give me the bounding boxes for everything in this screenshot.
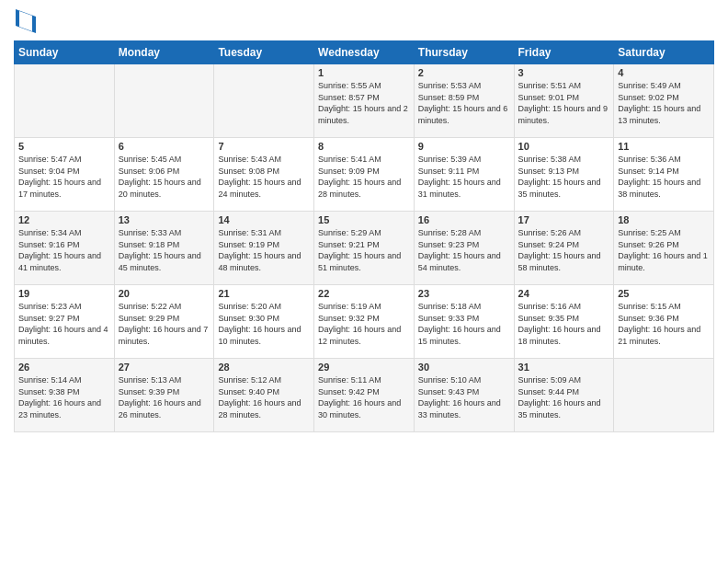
day-cell [214,64,314,138]
day-info: Sunrise: 5:16 AM Sunset: 9:35 PM Dayligh… [518,301,610,347]
day-cell: 27Sunrise: 5:13 AM Sunset: 9:39 PM Dayli… [114,359,214,432]
day-number: 7 [218,141,310,152]
day-cell: 11Sunrise: 5:36 AM Sunset: 9:14 PM Dayli… [614,138,714,212]
day-cell: 14Sunrise: 5:31 AM Sunset: 9:19 PM Dayli… [214,212,314,285]
day-cell: 12Sunrise: 5:34 AM Sunset: 9:16 PM Dayli… [15,212,115,285]
day-info: Sunrise: 5:45 AM Sunset: 9:06 PM Dayligh… [119,154,210,200]
day-info: Sunrise: 5:51 AM Sunset: 9:01 PM Dayligh… [518,80,610,126]
day-header: Saturday [614,41,714,64]
day-number: 23 [418,288,510,299]
day-number: 21 [218,288,310,299]
day-cell: 19Sunrise: 5:23 AM Sunset: 9:27 PM Dayli… [15,285,115,359]
day-cell [614,359,714,432]
week-row: 5Sunrise: 5:47 AM Sunset: 9:04 PM Daylig… [15,138,714,212]
svg-marker-1 [19,11,32,31]
day-number: 3 [518,67,610,78]
day-number: 29 [318,362,410,373]
day-number: 12 [18,214,110,225]
day-number: 2 [418,67,510,78]
day-header: Sunday [15,41,115,64]
week-row: 19Sunrise: 5:23 AM Sunset: 9:27 PM Dayli… [15,285,714,359]
day-cell: 1Sunrise: 5:55 AM Sunset: 8:57 PM Daylig… [314,64,415,138]
day-number: 20 [119,288,210,299]
day-cell: 7Sunrise: 5:43 AM Sunset: 9:08 PM Daylig… [214,138,314,212]
day-info: Sunrise: 5:38 AM Sunset: 9:13 PM Dayligh… [518,154,610,200]
day-number: 6 [119,141,210,152]
day-cell [114,64,214,138]
day-info: Sunrise: 5:11 AM Sunset: 9:42 PM Dayligh… [318,374,410,420]
day-info: Sunrise: 5:33 AM Sunset: 9:18 PM Dayligh… [119,227,210,273]
day-info: Sunrise: 5:26 AM Sunset: 9:24 PM Dayligh… [518,227,610,273]
day-cell: 22Sunrise: 5:19 AM Sunset: 9:32 PM Dayli… [314,285,415,359]
day-cell: 26Sunrise: 5:14 AM Sunset: 9:38 PM Dayli… [15,359,115,432]
day-cell: 28Sunrise: 5:12 AM Sunset: 9:40 PM Dayli… [214,359,314,432]
day-header: Friday [514,41,614,64]
day-info: Sunrise: 5:15 AM Sunset: 9:36 PM Dayligh… [618,301,710,347]
day-info: Sunrise: 5:53 AM Sunset: 8:59 PM Dayligh… [418,80,510,126]
day-cell: 23Sunrise: 5:18 AM Sunset: 9:33 PM Dayli… [414,285,514,359]
day-info: Sunrise: 5:47 AM Sunset: 9:04 PM Dayligh… [18,154,110,200]
logo-text [14,9,36,33]
header-row: SundayMondayTuesdayWednesdayThursdayFrid… [15,41,714,64]
day-cell: 4Sunrise: 5:49 AM Sunset: 9:02 PM Daylig… [614,64,714,138]
day-cell: 9Sunrise: 5:39 AM Sunset: 9:11 PM Daylig… [414,138,514,212]
day-info: Sunrise: 5:36 AM Sunset: 9:14 PM Dayligh… [618,154,710,200]
day-number: 28 [218,362,310,373]
day-header: Monday [114,41,214,64]
day-number: 8 [318,141,410,152]
day-number: 22 [318,288,410,299]
day-info: Sunrise: 5:34 AM Sunset: 9:16 PM Dayligh… [18,227,110,273]
day-header: Tuesday [214,41,314,64]
day-info: Sunrise: 5:13 AM Sunset: 9:39 PM Dayligh… [119,374,210,420]
day-info: Sunrise: 5:22 AM Sunset: 9:29 PM Dayligh… [119,301,210,347]
day-info: Sunrise: 5:29 AM Sunset: 9:21 PM Dayligh… [318,227,410,273]
day-number: 14 [218,214,310,225]
day-number: 27 [119,362,210,373]
day-number: 15 [318,214,410,225]
day-cell: 17Sunrise: 5:26 AM Sunset: 9:24 PM Dayli… [514,212,614,285]
day-info: Sunrise: 5:09 AM Sunset: 9:44 PM Dayligh… [518,374,610,420]
day-info: Sunrise: 5:19 AM Sunset: 9:32 PM Dayligh… [318,301,410,347]
week-row: 26Sunrise: 5:14 AM Sunset: 9:38 PM Dayli… [15,359,714,432]
day-info: Sunrise: 5:55 AM Sunset: 8:57 PM Dayligh… [318,80,410,126]
day-info: Sunrise: 5:23 AM Sunset: 9:27 PM Dayligh… [18,301,110,347]
week-row: 1Sunrise: 5:55 AM Sunset: 8:57 PM Daylig… [15,64,714,138]
day-cell: 16Sunrise: 5:28 AM Sunset: 9:23 PM Dayli… [414,212,514,285]
day-number: 13 [119,214,210,225]
day-info: Sunrise: 5:25 AM Sunset: 9:26 PM Dayligh… [618,227,710,273]
day-info: Sunrise: 5:12 AM Sunset: 9:40 PM Dayligh… [218,374,310,420]
day-info: Sunrise: 5:49 AM Sunset: 9:02 PM Dayligh… [618,80,710,126]
day-cell: 21Sunrise: 5:20 AM Sunset: 9:30 PM Dayli… [214,285,314,359]
day-number: 11 [618,141,710,152]
day-cell: 3Sunrise: 5:51 AM Sunset: 9:01 PM Daylig… [514,64,614,138]
day-info: Sunrise: 5:18 AM Sunset: 9:33 PM Dayligh… [418,301,510,347]
day-cell: 6Sunrise: 5:45 AM Sunset: 9:06 PM Daylig… [114,138,214,212]
calendar-container: SundayMondayTuesdayWednesdayThursdayFrid… [0,0,728,442]
day-number: 18 [618,214,710,225]
logo [14,9,36,33]
day-cell: 5Sunrise: 5:47 AM Sunset: 9:04 PM Daylig… [15,138,115,212]
day-info: Sunrise: 5:43 AM Sunset: 9:08 PM Dayligh… [218,154,310,200]
calendar-table: SundayMondayTuesdayWednesdayThursdayFrid… [14,40,714,432]
day-info: Sunrise: 5:39 AM Sunset: 9:11 PM Dayligh… [418,154,510,200]
day-number: 1 [318,67,410,78]
day-header: Thursday [414,41,514,64]
day-cell: 31Sunrise: 5:09 AM Sunset: 9:44 PM Dayli… [514,359,614,432]
day-cell: 24Sunrise: 5:16 AM Sunset: 9:35 PM Dayli… [514,285,614,359]
day-cell: 18Sunrise: 5:25 AM Sunset: 9:26 PM Dayli… [614,212,714,285]
day-number: 30 [418,362,510,373]
day-header: Wednesday [314,41,415,64]
day-cell: 15Sunrise: 5:29 AM Sunset: 9:21 PM Dayli… [314,212,415,285]
logo-icon [16,9,36,33]
week-row: 12Sunrise: 5:34 AM Sunset: 9:16 PM Dayli… [15,212,714,285]
day-cell: 29Sunrise: 5:11 AM Sunset: 9:42 PM Dayli… [314,359,415,432]
day-cell: 10Sunrise: 5:38 AM Sunset: 9:13 PM Dayli… [514,138,614,212]
day-number: 24 [518,288,610,299]
day-cell: 30Sunrise: 5:10 AM Sunset: 9:43 PM Dayli… [414,359,514,432]
day-number: 26 [18,362,110,373]
day-number: 31 [518,362,610,373]
day-number: 17 [518,214,610,225]
day-cell: 8Sunrise: 5:41 AM Sunset: 9:09 PM Daylig… [314,138,415,212]
day-cell: 20Sunrise: 5:22 AM Sunset: 9:29 PM Dayli… [114,285,214,359]
day-info: Sunrise: 5:10 AM Sunset: 9:43 PM Dayligh… [418,374,510,420]
